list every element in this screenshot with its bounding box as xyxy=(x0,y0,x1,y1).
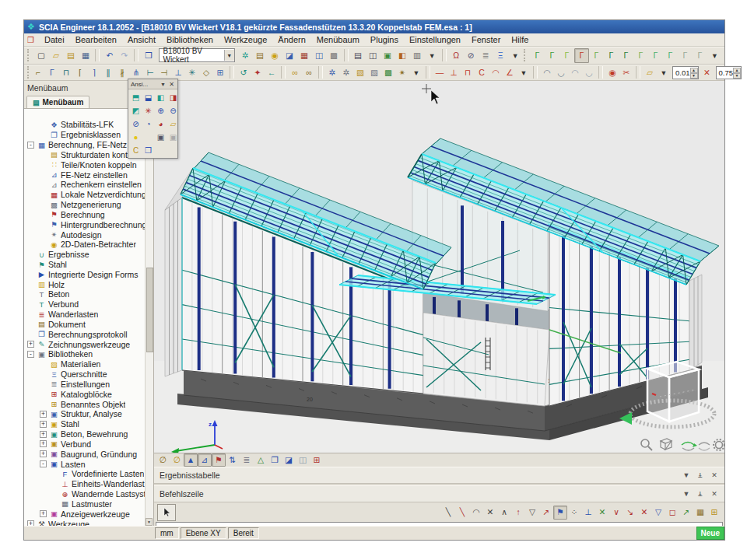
angle-button[interactable]: ∠ xyxy=(503,65,517,79)
selection-cursor-button[interactable] xyxy=(157,504,176,521)
close-icon[interactable]: ✕ xyxy=(168,81,175,88)
rotate-view-button[interactable]: ✳ xyxy=(142,104,154,117)
snap-tangent-button[interactable]: ▽ xyxy=(651,506,665,520)
activity-ucs-button[interactable]: Γ xyxy=(663,48,678,63)
tree-expander[interactable]: + xyxy=(27,520,34,526)
member-tool-button[interactable]: ⊣ xyxy=(157,65,171,79)
snap-tri-button[interactable]: ▽ xyxy=(525,506,539,520)
tree-item[interactable]: ◉ 2D-Daten-Betrachter xyxy=(24,240,146,250)
menu-item[interactable]: Ändern xyxy=(272,34,310,45)
tree-item[interactable]: + ▣ Stahl xyxy=(24,419,146,429)
arc-button[interactable]: ◠ xyxy=(489,65,503,79)
scale-button[interactable]: ✴ xyxy=(395,65,409,79)
tree-item[interactable]: ⊿ FE-Netz einstellen xyxy=(24,170,146,180)
tree-item[interactable]: ⚑ Berechnung xyxy=(24,209,146,219)
perpendicular-button[interactable]: ⊥ xyxy=(447,65,461,79)
project-combo[interactable]: B18010 BV Wickert ▼ xyxy=(159,48,234,62)
view-axo-button[interactable]: ⬒ xyxy=(130,91,142,103)
member-tool-button[interactable]: ⌉ xyxy=(87,65,101,79)
tree-item[interactable]: T Beton xyxy=(24,289,146,299)
snap-distance-spinbox[interactable]: 0.01 ▲▼ xyxy=(672,66,699,79)
toolbar-grip[interactable] xyxy=(27,49,31,61)
tree-item[interactable]: ⊿ Rechenkern einstellen xyxy=(24,180,146,190)
menu-item[interactable]: Menübaum xyxy=(311,34,365,45)
status-plane[interactable]: Ebene XY xyxy=(181,527,226,539)
tree-item[interactable]: + ▣ Beton, Bewehrung xyxy=(24,429,146,439)
calculator-button[interactable]: Ω xyxy=(449,48,464,63)
tree-item[interactable]: ⊞ Katalogblöcke xyxy=(24,389,146,399)
snap-peak-button[interactable]: ∧ xyxy=(497,506,511,520)
menu-item[interactable]: Bearbeiten xyxy=(70,34,122,45)
snap-cross-button[interactable]: ✕ xyxy=(483,506,497,520)
member-tool-button[interactable]: ⊞ xyxy=(213,65,227,79)
status-units[interactable]: mm xyxy=(155,527,179,539)
chain-button[interactable]: ∅ xyxy=(156,453,170,467)
tree-expander[interactable]: - xyxy=(27,351,34,358)
curve-button[interactable]: ≈ xyxy=(743,65,747,79)
image-gallery-button[interactable]: ◉ xyxy=(268,48,282,63)
document-button[interactable]: ▣ xyxy=(381,48,395,63)
link-button[interactable]: ∞ xyxy=(288,65,302,79)
title-bar[interactable]: ❖ SCIA Engineer 18.1.2052 - [B18010 BV W… xyxy=(24,20,724,33)
unlink-button[interactable]: ∞ xyxy=(302,65,316,79)
menu-item[interactable]: Hilfe xyxy=(506,34,534,45)
search-button[interactable]: ⊘ xyxy=(464,48,479,63)
activity-ucs-button[interactable]: Γ xyxy=(693,48,707,63)
member-tool-button[interactable]: ⊓ xyxy=(59,65,73,79)
axes-toggle-button[interactable]: ⊿ xyxy=(198,453,212,467)
rotate-button[interactable]: ▨ xyxy=(367,65,381,79)
snap-ortho-button[interactable]: ↗ xyxy=(679,506,693,520)
list-button[interactable]: ≣ xyxy=(240,453,254,467)
zoom-window-button[interactable]: ⊘ xyxy=(130,117,142,130)
update-structure-button[interactable]: ✲ xyxy=(238,48,253,63)
results-panel-header[interactable]: Ergebnisstabelle ▼ Ŧ ✕ xyxy=(154,467,724,484)
fillet-button[interactable]: ◡ xyxy=(582,65,596,79)
light-button[interactable]: ● xyxy=(130,131,142,143)
flag-toggle-button[interactable]: ⚑ xyxy=(212,453,226,467)
pointer-button[interactable]: ✦ xyxy=(251,65,265,79)
scale-spinbox[interactable]: 0.75 ▲▼ xyxy=(716,66,742,79)
tree-item[interactable]: + ▣ Anzeigewerkzeuge xyxy=(24,509,146,519)
tree-expander[interactable]: + xyxy=(40,510,47,517)
tree-item[interactable]: ✴ Autodesign xyxy=(24,229,146,240)
fillet-button[interactable]: ◠ xyxy=(540,65,554,79)
close-icon[interactable]: ✕ xyxy=(710,471,719,479)
zoom-out-button[interactable]: ⊖ xyxy=(167,104,179,117)
tree-item[interactable]: T Verbund xyxy=(24,299,146,310)
modify-dropdown[interactable]: ▾ xyxy=(409,65,423,79)
cleaner-button[interactable]: ≣ xyxy=(479,48,493,63)
command-panel-header[interactable]: Befehlszeile ▼ Ŧ ✕ xyxy=(154,485,724,502)
copy-button[interactable]: ✲ xyxy=(339,65,353,79)
pin-icon[interactable]: Ŧ xyxy=(696,471,705,479)
mesh-button[interactable]: △ xyxy=(254,453,268,467)
snap-line2-button[interactable]: ╲ xyxy=(455,506,469,520)
snap-cursor-button[interactable]: ⚑ xyxy=(553,506,567,520)
tree-item[interactable]: ≣ Einstellungen xyxy=(24,380,146,390)
tree-item[interactable]: ⊕ Wandernde Lastsysteme xyxy=(24,489,146,499)
toolbar-grip[interactable] xyxy=(27,66,29,79)
member-tool-button[interactable]: ⊥ xyxy=(171,65,185,79)
member-tool-button[interactable]: ⌈ xyxy=(73,65,87,79)
tree-item[interactable]: ⊥ Einheits-Wanderlast xyxy=(24,479,146,489)
report-button[interactable]: ▥ xyxy=(410,48,425,63)
table-button[interactable]: ▦ xyxy=(297,48,312,63)
member-tool-button[interactable]: Γ xyxy=(45,65,59,79)
open-folder-button[interactable]: ▱ xyxy=(643,65,657,79)
folder-dropdown[interactable]: ▾ xyxy=(657,65,671,79)
snap-diag-button[interactable]: ↗ xyxy=(539,506,553,520)
activity-ucs-button[interactable]: Γ xyxy=(559,48,574,63)
view-front-button[interactable]: ⬓ xyxy=(142,91,154,103)
member-tool-button[interactable]: ◇ xyxy=(199,65,213,79)
member-tool-button[interactable]: ⋔ xyxy=(129,65,143,79)
collapse-icon[interactable]: ▼ xyxy=(682,490,691,498)
chevron-down-icon[interactable]: ▼ xyxy=(160,82,167,87)
menu-item[interactable]: Werkzeuge xyxy=(219,34,272,45)
view-top-button[interactable]: ◨ xyxy=(167,91,179,103)
toolbar-grip[interactable] xyxy=(524,49,528,61)
model-viewport[interactable]: 201410z xyxy=(154,81,724,453)
draw-dropdown[interactable]: ▾ xyxy=(517,65,531,79)
open-file-button[interactable]: ▱ xyxy=(48,48,63,63)
tree-item[interactable]: F Vordefinierte Lasten xyxy=(24,469,146,479)
snap-line-button[interactable]: ╲ xyxy=(441,506,455,520)
levels-button[interactable]: Ξ xyxy=(493,48,508,63)
